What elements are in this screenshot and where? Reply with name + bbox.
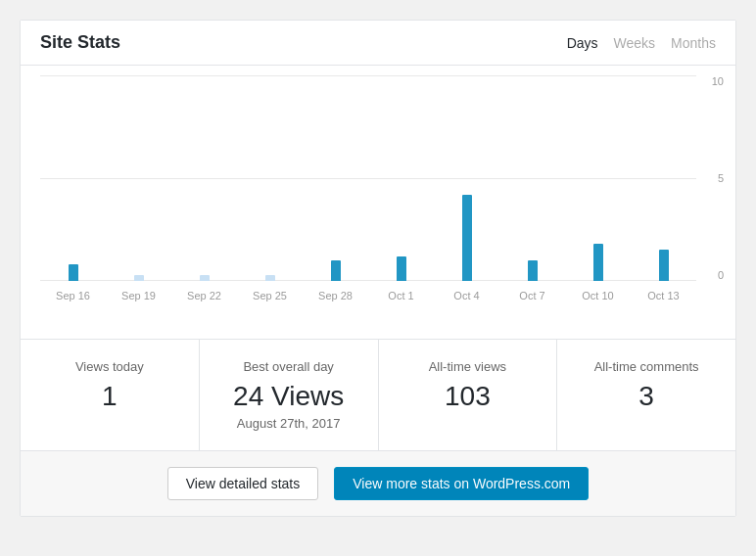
stat-views-today: Views today 1 — [21, 340, 200, 450]
bar-8 — [593, 244, 603, 281]
stat-views-today-label: Views today — [40, 359, 179, 374]
view-wordpress-stats-button[interactable]: View more stats on WordPress.com — [334, 467, 589, 500]
view-detailed-stats-button[interactable]: View detailed stats — [167, 467, 318, 500]
bar-4 — [331, 260, 341, 281]
bar-group-9 — [631, 75, 696, 281]
tab-days[interactable]: Days — [567, 35, 598, 51]
widget-title: Site Stats — [40, 32, 120, 53]
x-label-7: Oct 7 — [499, 290, 565, 301]
stat-alltime-comments: All-time comments 3 — [557, 340, 735, 450]
chart-inner: 10 5 0 Sep 16Sep 19Sep 22Sep 25Sep 28Oct… — [40, 75, 696, 310]
x-label-0: Sep 16 — [40, 290, 106, 301]
y-label-10: 10 — [712, 75, 724, 87]
bar-group-5 — [368, 75, 434, 281]
chart-area: 10 5 0 Sep 16Sep 19Sep 22Sep 25Sep 28Oct… — [21, 65, 735, 339]
y-label-0: 0 — [712, 269, 724, 281]
bar-group-6 — [434, 75, 499, 281]
tab-months[interactable]: Months — [671, 35, 716, 51]
bar-group-8 — [565, 75, 631, 281]
x-label-1: Sep 19 — [106, 290, 171, 301]
bar-0 — [69, 264, 78, 281]
x-axis-labels: Sep 16Sep 19Sep 22Sep 25Sep 28Oct 1Oct 4… — [40, 281, 696, 310]
x-label-2: Sep 22 — [171, 290, 237, 301]
x-label-5: Oct 1 — [368, 290, 434, 301]
bar-group-4 — [303, 75, 368, 281]
y-label-5: 5 — [712, 172, 724, 184]
stat-best-day-label: Best overall day — [219, 359, 358, 374]
tab-weeks[interactable]: Weeks — [614, 35, 656, 51]
widget-header: Site Stats Days Weeks Months — [21, 21, 735, 65]
period-tabs: Days Weeks Months — [567, 35, 716, 51]
stat-views-today-value: 1 — [40, 382, 179, 412]
x-label-8: Oct 10 — [565, 290, 631, 301]
stat-best-day-sublabel: August 27th, 2017 — [219, 416, 358, 431]
actions-row: View detailed stats View more stats on W… — [21, 450, 735, 516]
site-stats-widget: Site Stats Days Weeks Months 10 5 0 — [20, 20, 736, 517]
bar-7 — [528, 260, 538, 281]
stat-alltime-views-value: 103 — [399, 382, 538, 412]
x-label-6: Oct 4 — [434, 290, 499, 301]
stat-alltime-comments-label: All-time comments — [577, 359, 716, 374]
bar-9 — [659, 250, 669, 281]
y-axis-labels: 10 5 0 — [712, 75, 724, 281]
bar-6 — [462, 195, 472, 281]
stat-best-day: Best overall day 24 Views August 27th, 2… — [200, 340, 379, 450]
bar-group-7 — [499, 75, 565, 281]
stats-row: Views today 1 Best overall day 24 Views … — [21, 339, 735, 450]
bar-group-0 — [40, 75, 106, 281]
x-label-3: Sep 25 — [237, 290, 303, 301]
bar-5 — [397, 256, 406, 281]
stat-best-day-value: 24 Views — [219, 382, 358, 412]
stat-alltime-views: All-time views 103 — [379, 340, 558, 450]
bar-group-2 — [171, 75, 237, 281]
x-label-9: Oct 13 — [631, 290, 696, 301]
bar-group-3 — [237, 75, 303, 281]
x-label-4: Sep 28 — [303, 290, 368, 301]
bar-group-1 — [106, 75, 171, 281]
stat-alltime-views-label: All-time views — [399, 359, 538, 374]
bars-container — [40, 75, 696, 281]
stat-alltime-comments-value: 3 — [577, 382, 716, 412]
